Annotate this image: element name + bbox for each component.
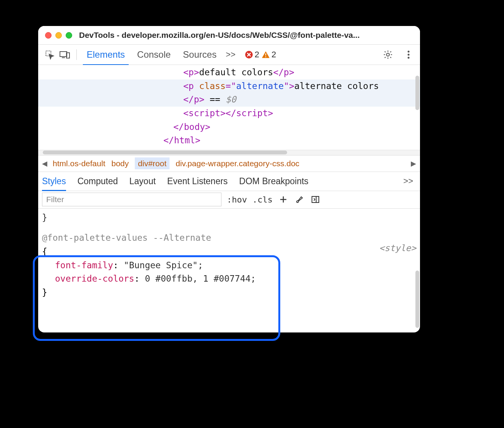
- rule-close-prev: }: [42, 211, 416, 225]
- maximize-icon[interactable]: [66, 32, 72, 39]
- dom-line[interactable]: </html>: [38, 134, 420, 148]
- styles-body[interactable]: } @font-palette-values --Alternate <styl…: [38, 209, 420, 303]
- dom-line[interactable]: <p>default colors</p>: [38, 66, 420, 79]
- traffic-lights: [45, 32, 72, 39]
- main-toolbar: Elements Console Sources >> 2 2: [38, 44, 420, 65]
- error-badge[interactable]: 2: [245, 50, 259, 60]
- minimize-icon[interactable]: [55, 32, 62, 39]
- svg-rect-10: [312, 196, 319, 203]
- horizontal-scrollbar[interactable]: [38, 150, 420, 155]
- device-toggle-icon[interactable]: [57, 47, 73, 62]
- filter-input[interactable]: [42, 193, 221, 206]
- devtools-window: DevTools - developer.mozilla.org/en-US/d…: [38, 26, 420, 332]
- svg-point-9: [408, 57, 410, 59]
- warning-badge[interactable]: 2: [262, 50, 276, 60]
- window-title: DevTools - developer.mozilla.org/en-US/d…: [79, 31, 413, 40]
- dom-line[interactable]: </body>: [38, 120, 420, 134]
- tab-layout[interactable]: Layout: [129, 172, 156, 191]
- gear-icon[interactable]: [380, 47, 396, 62]
- separator: [76, 49, 77, 60]
- error-count: 2: [255, 50, 259, 60]
- titlebar: DevTools - developer.mozilla.org/en-US/d…: [38, 26, 420, 44]
- breadcrumb-item[interactable]: div#root: [135, 157, 170, 169]
- error-icon: [245, 50, 253, 59]
- breadcrumb: ◀ html.os-defaultbodydiv#rootdiv.page-wr…: [38, 155, 420, 172]
- svg-point-8: [408, 54, 410, 56]
- inspect-icon[interactable]: [42, 47, 57, 62]
- css-declaration[interactable]: override-colors: 0 #00ffbb, 1 #007744;: [42, 272, 416, 286]
- hov-toggle[interactable]: :hov: [227, 195, 247, 204]
- breadcrumb-item[interactable]: div.page-wrapper.category-css.doc: [176, 159, 299, 168]
- svg-rect-4: [265, 54, 266, 56]
- close-icon[interactable]: [45, 32, 52, 39]
- tab-computed[interactable]: Computed: [78, 172, 118, 191]
- breadcrumb-item[interactable]: body: [111, 159, 129, 168]
- styles-filter-row: :hov .cls: [38, 191, 420, 209]
- svg-rect-5: [265, 56, 266, 57]
- tab-sources[interactable]: Sources: [177, 44, 223, 65]
- css-declaration[interactable]: font-family: "Bungee Spice";: [42, 259, 416, 272]
- svg-rect-1: [60, 52, 67, 57]
- warning-icon: [262, 50, 270, 59]
- svg-point-6: [386, 53, 389, 56]
- dom-line[interactable]: <script></script>: [38, 107, 420, 120]
- status-badges[interactable]: 2 2: [245, 50, 276, 60]
- warning-count: 2: [271, 50, 276, 60]
- dom-line[interactable]: <p class="alternate">alternate colors: [38, 79, 420, 93]
- tab-elements[interactable]: Elements: [81, 44, 131, 65]
- kebab-icon[interactable]: [401, 47, 416, 62]
- breadcrumb-next-icon[interactable]: ▶: [411, 159, 416, 168]
- panel-tabs: Elements Console Sources: [81, 44, 223, 65]
- more-styles-tabs-icon[interactable]: >>: [400, 176, 416, 186]
- tab-dom-breakpoints[interactable]: DOM Breakpoints: [239, 172, 309, 191]
- breadcrumb-item[interactable]: html.os-default: [53, 159, 105, 168]
- new-rule-icon[interactable]: [278, 194, 289, 205]
- vertical-scrollbar-styles[interactable]: [415, 271, 419, 328]
- more-tabs-icon[interactable]: >>: [223, 50, 239, 60]
- tab-event-listeners[interactable]: Event Listeners: [167, 172, 228, 191]
- toggle-sidebar-icon[interactable]: [310, 194, 321, 205]
- dom-tree[interactable]: <p>default colors</p><p class="alternate…: [38, 65, 420, 150]
- breadcrumb-prev-icon[interactable]: ◀: [42, 159, 47, 168]
- styles-tabs: Styles Computed Layout Event Listeners D…: [38, 172, 420, 191]
- dom-line[interactable]: </p> == $0: [38, 93, 420, 107]
- rule-open-brace: {: [42, 245, 416, 259]
- tab-console[interactable]: Console: [131, 44, 177, 65]
- rule-selector[interactable]: @font-palette-values --Alternate: [42, 231, 416, 245]
- cls-toggle[interactable]: .cls: [252, 195, 273, 204]
- tab-styles[interactable]: Styles: [42, 172, 66, 191]
- vertical-scrollbar-dom[interactable]: [415, 76, 419, 110]
- paintbrush-icon[interactable]: [294, 194, 305, 205]
- svg-point-7: [408, 51, 410, 53]
- rule-close-brace: }: [42, 286, 416, 300]
